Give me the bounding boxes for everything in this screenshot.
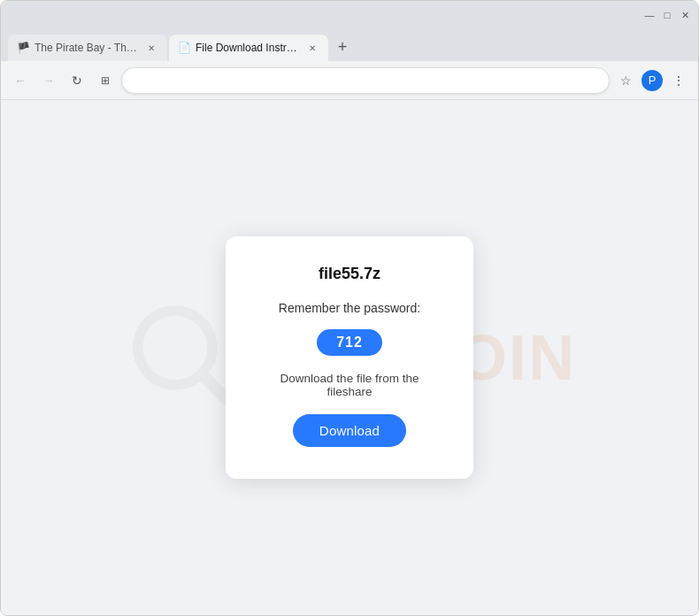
reload-icon: ↻ xyxy=(72,73,82,88)
tab-favicon-piratebay: 🏴 xyxy=(17,42,29,54)
menu-button[interactable]: ⋮ xyxy=(666,68,691,93)
back-button[interactable]: ← xyxy=(8,68,33,93)
page-content: FISHLOIN file55.7z Remember the password… xyxy=(1,100,698,615)
bookmark-button[interactable]: ☆ xyxy=(613,68,638,93)
back-icon: ← xyxy=(14,73,27,88)
tabs-bar: 🏴 The Pirate Bay - The galaxy's m... ✕ 📄… xyxy=(1,29,698,61)
forward-icon: → xyxy=(42,73,55,88)
password-badge: 712 xyxy=(317,329,382,356)
dialog-card: file55.7z Remember the password: 712 Dow… xyxy=(226,236,473,479)
address-bar-row: ← → ↻ ⊞ ☆ P ⋮ xyxy=(1,61,698,100)
profile-button[interactable]: P xyxy=(640,68,664,93)
minimize-button[interactable]: — xyxy=(643,9,656,21)
browser-window: — □ ✕ 🏴 The Pirate Bay - The galaxy's m.… xyxy=(0,0,699,616)
address-bar[interactable] xyxy=(121,67,610,94)
tab-filedownload[interactable]: 📄 File Download Instructions for... ✕ xyxy=(169,35,328,61)
toolbar-right: ☆ P ⋮ xyxy=(613,68,691,93)
title-bar: — □ ✕ xyxy=(1,1,698,29)
tab-close-piratebay[interactable]: ✕ xyxy=(144,41,158,55)
menu-icon: ⋮ xyxy=(672,73,685,88)
profile-icon: P xyxy=(641,70,663,91)
download-button[interactable]: Download xyxy=(293,414,406,447)
profile-initial: P xyxy=(649,73,657,87)
tab-piratebay[interactable]: 🏴 The Pirate Bay - The galaxy's m... ✕ xyxy=(8,35,167,61)
reload-button[interactable]: ↻ xyxy=(65,68,89,93)
customize-button[interactable]: ⊞ xyxy=(93,68,118,93)
close-button[interactable]: ✕ xyxy=(679,9,691,21)
dialog-remember-label: Remember the password: xyxy=(279,301,420,315)
tab-close-filedownload[interactable]: ✕ xyxy=(305,41,319,55)
svg-point-0 xyxy=(138,311,212,385)
maximize-button[interactable]: □ xyxy=(661,9,673,21)
forward-button[interactable]: → xyxy=(36,68,61,93)
dialog-instruction: Download the file from the fileshare xyxy=(261,372,438,398)
bookmark-icon: ☆ xyxy=(620,73,632,88)
window-controls: — □ ✕ xyxy=(643,9,691,21)
tab-label-piratebay: The Pirate Bay - The galaxy's m... xyxy=(35,42,139,54)
customize-icon: ⊞ xyxy=(101,74,110,87)
tab-favicon-filedownload: 📄 xyxy=(178,42,190,54)
dialog-filename: file55.7z xyxy=(319,265,380,283)
new-tab-button[interactable]: + xyxy=(330,35,355,59)
tab-label-filedownload: File Download Instructions for... xyxy=(196,42,300,54)
